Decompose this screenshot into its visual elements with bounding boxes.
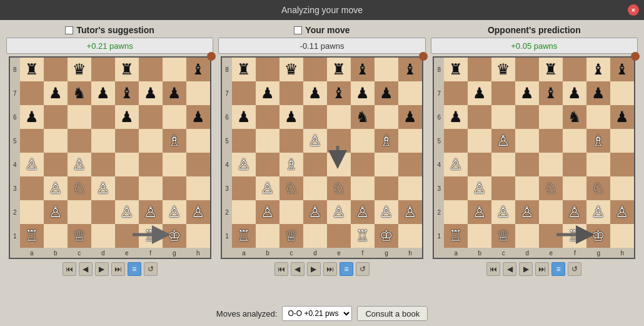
board-square[interactable] <box>139 58 163 81</box>
board-square[interactable]: ♕ <box>68 224 91 248</box>
board-square[interactable] <box>115 153 139 176</box>
board-square[interactable] <box>91 224 115 248</box>
board-square[interactable]: ♟ <box>468 81 491 105</box>
board-square[interactable]: ♟ <box>563 81 586 105</box>
board-square[interactable] <box>139 129 163 153</box>
board-square[interactable]: ♟ <box>351 81 375 105</box>
board-square[interactable] <box>610 81 634 105</box>
board-square[interactable]: ♙ <box>444 153 468 176</box>
board-square[interactable] <box>375 58 398 81</box>
board-square[interactable]: ♙ <box>398 200 422 224</box>
list-button-your_move[interactable]: ≡ <box>340 262 353 276</box>
board-square[interactable] <box>468 153 491 176</box>
board-square[interactable]: ♜ <box>20 58 44 81</box>
board-square[interactable]: ♕ <box>491 224 515 248</box>
board-square[interactable]: ♖ <box>232 224 256 248</box>
board-square[interactable] <box>351 129 375 153</box>
board-square[interactable]: ♙ <box>563 200 586 224</box>
board-square[interactable] <box>327 105 351 129</box>
list-button-tutor[interactable]: ≡ <box>128 262 141 276</box>
refresh-button-your_move[interactable]: ↺ <box>356 262 370 276</box>
board-square[interactable] <box>398 224 422 248</box>
board-square[interactable] <box>256 224 279 248</box>
board-square[interactable] <box>468 105 491 129</box>
board-square[interactable]: ♙ <box>468 200 491 224</box>
board-square[interactable]: ♙ <box>115 200 139 224</box>
board-square[interactable]: ♗ <box>375 129 398 153</box>
board-square[interactable] <box>20 176 44 200</box>
board-square[interactable] <box>515 153 539 176</box>
board-square[interactable] <box>539 129 563 153</box>
board-square[interactable] <box>515 105 539 129</box>
board-square[interactable] <box>115 129 139 153</box>
board-square[interactable]: ♖ <box>139 224 163 248</box>
board-square[interactable] <box>563 58 586 81</box>
board-square[interactable] <box>44 105 68 129</box>
board-square[interactable]: ♞ <box>563 105 586 129</box>
board-square[interactable] <box>68 129 91 153</box>
board-square[interactable]: ♟ <box>186 105 210 129</box>
board-square[interactable]: ♝ <box>610 58 634 81</box>
board-square[interactable]: ♟ <box>444 105 468 129</box>
board-square[interactable] <box>375 176 398 200</box>
board-square[interactable] <box>232 81 256 105</box>
board-square[interactable] <box>44 129 68 153</box>
board-square[interactable]: ♙ <box>515 200 539 224</box>
first-button-opponent[interactable]: ⏮ <box>486 262 500 276</box>
board-square[interactable]: ♙ <box>303 129 327 153</box>
board-square[interactable]: ♙ <box>256 200 279 224</box>
board-square[interactable] <box>327 224 351 248</box>
board-square[interactable]: ♙ <box>491 200 515 224</box>
board-square[interactable] <box>539 105 563 129</box>
next-button-tutor[interactable]: ▶ <box>95 262 109 276</box>
board-square[interactable] <box>444 129 468 153</box>
board-square[interactable] <box>303 176 327 200</box>
board-square[interactable] <box>186 153 210 176</box>
board-square[interactable]: ♙ <box>44 176 68 200</box>
next-button-your_move[interactable]: ▶ <box>307 262 321 276</box>
moves-select[interactable]: O-O +0.21 pws <box>282 306 352 321</box>
board-square[interactable] <box>398 81 422 105</box>
board-square[interactable] <box>610 153 634 176</box>
board-square[interactable]: ♝ <box>539 81 563 105</box>
board-square[interactable]: ♙ <box>491 129 515 153</box>
board-square[interactable] <box>279 81 303 105</box>
board-square[interactable] <box>303 58 327 81</box>
board-square[interactable] <box>186 81 210 105</box>
board-square[interactable] <box>115 176 139 200</box>
board-square[interactable]: ♖ <box>444 224 468 248</box>
board-square[interactable] <box>515 224 539 248</box>
last-button-your_move[interactable]: ⏭ <box>323 262 337 276</box>
board-square[interactable] <box>303 105 327 129</box>
board-square[interactable] <box>610 129 634 153</box>
board-square[interactable]: ♟ <box>375 81 398 105</box>
board-square[interactable] <box>279 129 303 153</box>
board-square[interactable] <box>163 58 186 81</box>
last-button-opponent[interactable]: ⏭ <box>535 262 549 276</box>
board-square[interactable]: ♛ <box>68 58 91 81</box>
board-square[interactable] <box>68 200 91 224</box>
board-square[interactable] <box>303 224 327 248</box>
board-square[interactable] <box>327 129 351 153</box>
board-square[interactable]: ♝ <box>186 58 210 81</box>
board-square[interactable] <box>327 153 351 176</box>
prev-button-your_move[interactable]: ◀ <box>291 262 304 276</box>
board-square[interactable]: ♟ <box>256 81 279 105</box>
board-square[interactable] <box>375 153 398 176</box>
board-square[interactable] <box>468 224 491 248</box>
board-square[interactable]: ♜ <box>327 58 351 81</box>
board-square[interactable]: ♗ <box>163 129 186 153</box>
board-square[interactable] <box>491 153 515 176</box>
board-square[interactable]: ♙ <box>163 200 186 224</box>
board-square[interactable] <box>279 200 303 224</box>
board-square[interactable]: ♜ <box>444 58 468 81</box>
board-square[interactable]: ♗ <box>586 129 610 153</box>
board-square[interactable] <box>20 129 44 153</box>
board-square[interactable] <box>491 81 515 105</box>
board-square[interactable] <box>398 153 422 176</box>
board-square[interactable]: ♕ <box>279 224 303 248</box>
board-square[interactable]: ♙ <box>375 200 398 224</box>
board-square[interactable]: ♛ <box>491 58 515 81</box>
board-square[interactable]: ♖ <box>351 224 375 248</box>
board-square[interactable] <box>163 176 186 200</box>
